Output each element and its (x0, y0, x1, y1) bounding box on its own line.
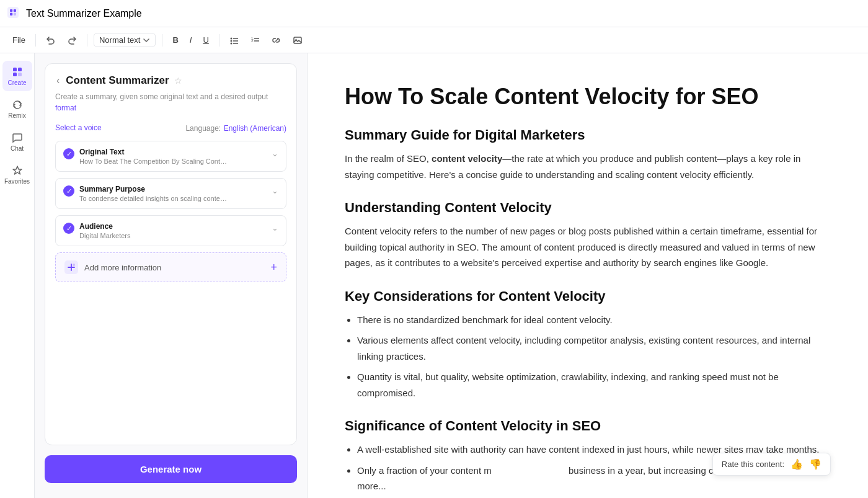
language-link[interactable]: English (American) (224, 124, 286, 133)
section-heading-1: Understanding Content Velocity (345, 200, 831, 216)
underline-button[interactable]: U (199, 33, 212, 47)
sidebar-item-favorites-label: Favorites (4, 178, 30, 185)
toolbar-separator (35, 34, 36, 47)
svg-rect-3 (10, 12, 12, 15)
add-more-icon (64, 260, 78, 274)
sidebar-item-chat[interactable]: Chat (2, 127, 32, 157)
field-label-purpose: Summary Purpose (79, 185, 267, 193)
section-heading-0: Summary Guide for Digital Marketers (345, 127, 831, 143)
sidebar-item-remix-label: Remix (8, 112, 25, 119)
generate-button[interactable]: Generate now (45, 455, 297, 483)
panel-favorite-button[interactable]: ☆ (174, 76, 182, 86)
svg-rect-20 (18, 73, 22, 76)
bullet-item: There is no standardized benchmark for i… (357, 312, 831, 328)
thumbs-down-button[interactable]: 👎 (809, 458, 822, 470)
toolbar: File Normal text B I U 1.2. (0, 27, 868, 53)
top-bar: Text Summarizer Example (0, 0, 868, 27)
summary-purpose-field[interactable]: ✓ Summary Purpose To condense detailed i… (55, 178, 286, 209)
svg-rect-2 (14, 9, 16, 12)
panel-spacer (55, 290, 286, 435)
field-content-original: Original Text How To Beat The Competitio… (79, 148, 267, 165)
sidebar-item-create-label: Create (7, 79, 26, 86)
field-check-original: ✓ (63, 148, 74, 159)
add-more-label: Add more information (84, 263, 264, 272)
field-check-purpose: ✓ (63, 185, 74, 197)
add-more-plus-icon: + (270, 261, 277, 274)
svg-rect-4 (14, 12, 16, 15)
voice-lang-row: Select a voice Language: English (Americ… (55, 122, 286, 133)
italic-button[interactable]: I (186, 33, 196, 47)
original-text-field[interactable]: ✓ Original Text How To Beat The Competit… (55, 141, 286, 172)
thumbs-up-button[interactable]: 👍 (790, 458, 803, 470)
section-heading-2: Key Considerations for Content Velocity (345, 288, 831, 305)
text-style-dropdown[interactable]: Normal text (94, 33, 156, 47)
language-label: Language: English (American) (185, 122, 286, 133)
panel-header: ‹ Content Summarizer ☆ (55, 74, 286, 87)
svg-point-7 (230, 40, 232, 42)
select-voice-link[interactable]: Select a voice (55, 123, 102, 132)
field-label-audience: Audience (79, 222, 267, 231)
field-content-purpose: Summary Purpose To condense detailed ins… (79, 185, 267, 202)
toolbar-separator-2 (87, 34, 87, 47)
field-value-audience: Digital Marketers (79, 232, 228, 239)
svg-rect-18 (18, 68, 22, 71)
panel-title: Content Summarizer (66, 74, 169, 87)
audience-field[interactable]: ✓ Audience Digital Marketers ⌄ (55, 215, 286, 246)
field-chevron-purpose: ⌄ (272, 186, 278, 195)
toolbar-separator-3 (162, 34, 162, 47)
field-value-original: How To Beat The Competition By Scaling C… (79, 158, 228, 165)
section-para-0: In the realm of SEO, content velocity—th… (345, 151, 831, 182)
svg-rect-1 (10, 9, 12, 12)
svg-rect-0 (7, 7, 19, 18)
sidebar-item-favorites[interactable]: Favorites (2, 159, 32, 190)
add-more-button[interactable]: Add more information + (55, 252, 286, 282)
bold-button[interactable]: B (169, 33, 182, 47)
svg-point-9 (230, 42, 232, 44)
toolbar-separator-4 (219, 34, 219, 47)
field-content-audience: Audience Digital Marketers (79, 222, 267, 239)
rate-label: Rate this content: (722, 460, 784, 469)
app-title: Text Summarizer Example (26, 8, 142, 19)
sidebar-item-create[interactable]: Create (2, 61, 32, 91)
link-button[interactable] (268, 33, 285, 48)
panel-description: Create a summary, given some original te… (55, 91, 286, 113)
file-menu[interactable]: File (9, 33, 29, 47)
svg-rect-17 (13, 68, 17, 71)
sidebar-item-chat-label: Chat (11, 145, 24, 152)
field-chevron-original: ⌄ (272, 149, 278, 158)
sidebar-icons: Create Remix Chat Favorites (0, 53, 35, 498)
rate-tooltip: Rate this content: 👍 👎 (712, 453, 831, 476)
svg-rect-19 (13, 73, 17, 76)
bullet-list-button[interactable] (226, 33, 243, 48)
content-title: How To Scale Content Velocity for SEO (345, 83, 831, 110)
panel-desc-link[interactable]: format (55, 104, 76, 112)
svg-point-21 (73, 264, 75, 266)
image-button[interactable] (289, 33, 306, 48)
undo-button[interactable] (42, 33, 60, 48)
main-layout: Create Remix Chat Favorites (0, 53, 868, 498)
generate-button-wrap: Generate now (45, 445, 297, 488)
field-chevron-audience: ⌄ (272, 223, 278, 233)
redo-button[interactable] (63, 33, 81, 48)
section-bullets-2: There is no standardized benchmark for i… (357, 312, 831, 401)
numbered-list-button[interactable]: 1.2. (247, 33, 264, 48)
panel-inner: ‹ Content Summarizer ☆ Create a summary,… (45, 63, 297, 445)
sidebar-item-remix[interactable]: Remix (2, 94, 32, 124)
svg-rect-15 (294, 37, 301, 43)
content-area: How To Scale Content Velocity for SEO Su… (308, 53, 868, 498)
field-check-audience: ✓ (63, 223, 74, 234)
bullet-item: Quantity is vital, but quality, website … (357, 369, 831, 401)
text-style-label: Normal text (99, 35, 140, 45)
svg-text:2.: 2. (251, 39, 254, 43)
panel: ‹ Content Summarizer ☆ Create a summary,… (35, 53, 308, 498)
app-logo (7, 7, 19, 20)
section-para-1: Content velocity refers to the number of… (345, 223, 831, 271)
bullet-item: Various elements affect content velocity… (357, 332, 831, 364)
field-value-purpose: To condense detailed insights on scaling… (79, 195, 228, 202)
svg-point-5 (230, 37, 232, 39)
section-heading-3: Significance of Content Velocity in SEO (345, 418, 831, 434)
field-label-original: Original Text (79, 148, 267, 156)
panel-back-button[interactable]: ‹ (55, 74, 61, 87)
